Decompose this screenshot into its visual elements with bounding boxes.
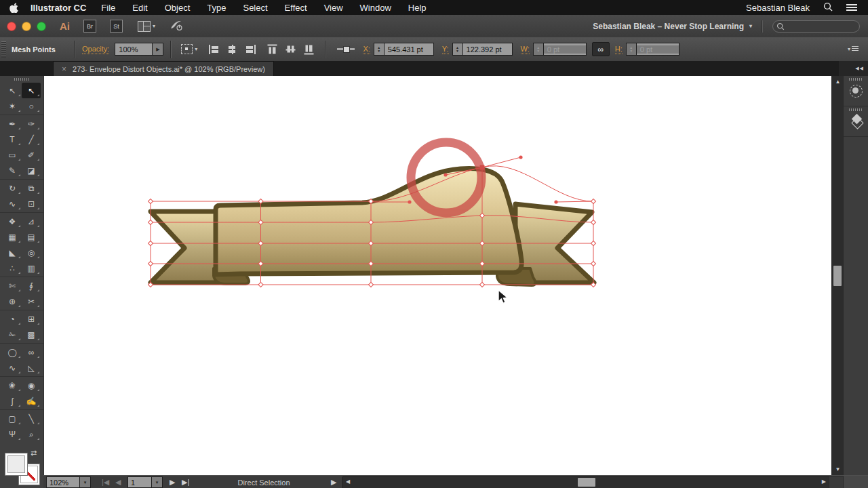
opacity-value[interactable]: 100% — [115, 45, 152, 54]
dial-tool[interactable]: ◔ — [3, 311, 22, 327]
x-value[interactable]: 545.431 pt — [384, 45, 433, 54]
control-panel-menu-button[interactable]: ▾ — [848, 46, 859, 52]
swap-fill-stroke-icon[interactable]: ⇄ — [31, 449, 37, 458]
chart-eraser-tool[interactable]: ◺ — [22, 360, 41, 375]
align-right-button[interactable] — [245, 45, 256, 54]
menu-item-file[interactable]: File — [101, 3, 115, 13]
panel-gripper[interactable] — [849, 78, 863, 81]
y-value[interactable]: 122.392 pt — [463, 45, 512, 54]
y-field[interactable]: ▲▼ 122.392 pt — [452, 43, 513, 56]
align-center-button[interactable] — [226, 45, 238, 54]
next-artboard-button[interactable]: ▶ — [170, 476, 175, 488]
opacity-link[interactable]: Opacity: — [82, 45, 109, 54]
first-artboard-button[interactable]: |◀ — [102, 476, 109, 488]
rectangle-tool[interactable]: ▭ — [3, 147, 22, 163]
puppet-warp-tool[interactable]: ∮ — [22, 278, 41, 293]
mesh-point[interactable] — [148, 199, 153, 203]
y-label[interactable]: Y: — [442, 45, 449, 54]
opacity-field[interactable]: 100% ▶ — [115, 43, 163, 56]
menu-item-effect[interactable]: Effect — [285, 3, 307, 13]
menu-item-help[interactable]: Help — [408, 3, 427, 13]
rotate-tool[interactable]: ↻ — [3, 180, 22, 196]
mesh-point[interactable] — [479, 282, 484, 287]
mesh-point[interactable] — [591, 241, 595, 245]
zoom-level-field[interactable]: 102% ▾ — [46, 476, 91, 488]
menu-item-object[interactable]: Object — [165, 3, 191, 13]
menu-item-select[interactable]: Select — [243, 3, 267, 13]
curvature-tool[interactable]: ∿ — [3, 360, 22, 375]
mesh-point[interactable] — [368, 282, 373, 287]
align-bottom-button[interactable] — [304, 43, 314, 55]
close-tab-icon[interactable]: × — [62, 64, 66, 74]
blend-tool[interactable]: ◎ — [22, 245, 41, 260]
minimize-window-button[interactable] — [22, 22, 31, 31]
mesh-point[interactable] — [591, 199, 595, 203]
fill-swatch[interactable] — [5, 453, 28, 476]
zoom-level-value[interactable]: 102% — [47, 479, 79, 487]
scissors-tool[interactable]: ✂ — [22, 293, 41, 309]
symbol-sprayer-tool[interactable]: ∴ — [3, 260, 22, 276]
bezier-handle-point[interactable] — [519, 155, 522, 159]
menubar-user-name[interactable]: Sebastian Bleak — [746, 3, 810, 13]
menu-item-window[interactable]: Window — [360, 3, 391, 13]
transform-reference-icon[interactable] — [181, 44, 193, 54]
scroll-left-icon[interactable]: ◀ — [346, 479, 350, 485]
pen-tool[interactable]: ✒ — [3, 116, 22, 131]
lasso-tool[interactable]: ○ — [22, 98, 41, 114]
gradient-tool[interactable]: ▤ — [22, 229, 41, 245]
mesh-point[interactable] — [591, 220, 595, 224]
width-tool[interactable]: ∿ — [3, 196, 22, 211]
shape-tool[interactable]: ◯ — [3, 344, 22, 360]
artboard-number-field[interactable]: 1 ▾ — [127, 476, 163, 488]
layers-panel-button[interactable] — [844, 106, 868, 137]
mesh-point[interactable] — [148, 220, 153, 224]
direct-selection-tool[interactable]: ↖ — [22, 83, 41, 98]
line-segment-tool[interactable]: ╱ — [22, 131, 41, 147]
status-bar-expand-button[interactable]: ▶ — [331, 476, 336, 488]
align-middle-button[interactable] — [286, 43, 296, 55]
measure-tool[interactable]: ⊞ — [22, 311, 41, 327]
arrange-documents-button[interactable]: ▾ — [138, 21, 155, 32]
horizontal-scroll-thumb[interactable] — [578, 478, 595, 487]
apple-menu-icon[interactable] — [9, 3, 18, 13]
y-stepper[interactable]: ▲▼ — [453, 43, 463, 55]
collapse-dock-button[interactable]: ◀◀ — [839, 61, 868, 76]
eyedropper-tool[interactable]: ◣ — [3, 245, 22, 260]
vertical-scroll-thumb[interactable] — [833, 266, 842, 286]
type-tool[interactable]: T — [3, 131, 22, 147]
panel-gripper[interactable] — [14, 78, 29, 81]
eraser-tool[interactable]: ◪ — [22, 163, 41, 178]
panel-gripper[interactable] — [1, 41, 6, 58]
scroll-down-icon[interactable]: ▼ — [832, 466, 844, 472]
panel-gripper[interactable] — [849, 108, 863, 111]
stock-button[interactable]: St — [110, 20, 123, 33]
last-artboard-button[interactable]: ▶| — [182, 476, 189, 488]
paintbrush-tool[interactable]: ✐ — [22, 147, 41, 163]
workspace-switcher[interactable]: Sebastian Bleak – Never Stop Learning ▾ — [593, 22, 752, 31]
previous-artboard-button[interactable]: ◀ — [115, 476, 121, 488]
scroll-right-icon[interactable]: ▶ — [822, 479, 826, 485]
artboard-dropdown-button[interactable]: ▾ — [151, 477, 162, 487]
spotlight-search-icon[interactable] — [823, 2, 833, 14]
document-tab[interactable]: × 273- Envelope Distort Objects.ai* @ 10… — [53, 61, 274, 77]
free-transform-tool[interactable]: ⊡ — [22, 196, 41, 211]
scale-tool[interactable]: ⧉ — [22, 180, 41, 196]
texture-tool[interactable]: ▩ — [22, 327, 41, 342]
feather-tool[interactable]: ʃ — [3, 393, 22, 409]
pencil-tool[interactable]: ✎ — [3, 163, 22, 178]
zoom-tool[interactable]: ⌕ — [22, 426, 41, 442]
butterfly-tool[interactable]: ❀ — [3, 378, 22, 393]
column-graph-tool[interactable]: ▥ — [22, 260, 41, 276]
opacity-dropdown-button[interactable]: ▶ — [152, 43, 163, 55]
bezier-handle-point[interactable] — [443, 173, 447, 176]
menu-item-edit[interactable]: Edit — [132, 3, 147, 13]
mesh-point[interactable] — [591, 261, 595, 266]
menu-item-view[interactable]: View — [324, 3, 343, 13]
notification-center-icon[interactable] — [846, 4, 857, 11]
zoom-window-button[interactable] — [37, 22, 46, 31]
mesh-point[interactable] — [148, 241, 153, 245]
blade-tool[interactable]: ╲ — [22, 411, 41, 426]
search-input[interactable] — [772, 20, 860, 33]
x-stepper[interactable]: ▲▼ — [374, 43, 384, 55]
vertical-scrollbar[interactable]: ▲ ▼ — [831, 76, 844, 475]
